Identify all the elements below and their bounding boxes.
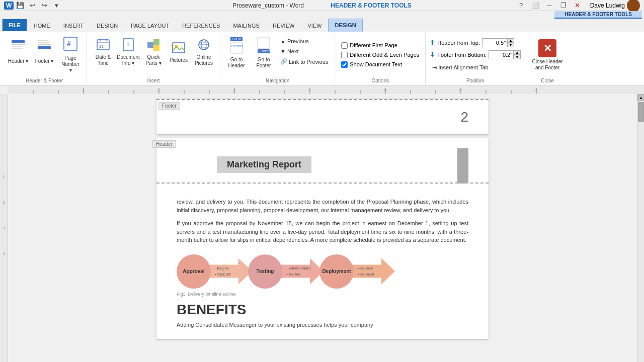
tab-view[interactable]: VIEW xyxy=(301,19,328,32)
redo-button[interactable]: ↪ xyxy=(39,0,50,11)
document-scroll-area[interactable]: Footer 2 Header Marketing Report review,… xyxy=(8,94,637,362)
header-from-top-input[interactable] xyxy=(482,38,507,47)
alignment-tab-icon: ⇥ xyxy=(432,64,437,71)
header-increment-button[interactable]: ▲ xyxy=(507,38,514,43)
page-1-footer: Footer 2 xyxy=(156,99,489,134)
header-button[interactable]: Header ▾ xyxy=(6,35,30,69)
scroll-thumb[interactable] xyxy=(638,102,644,122)
avatar xyxy=(627,0,640,12)
page-2-header: Header Marketing Report xyxy=(156,138,489,184)
close-hf-button[interactable]: ✕ Close Headerand Footer xyxy=(529,38,566,72)
show-document-text-check[interactable]: Show Document Text xyxy=(339,61,404,68)
goto-header-button[interactable]: Go toHeader Go to Header xyxy=(224,35,249,70)
footer-increment-button[interactable]: ▲ xyxy=(514,50,521,55)
tab-hf-design[interactable]: DESIGN xyxy=(328,19,362,32)
svg-text:5: 5 xyxy=(384,88,386,93)
diag-step-testing: Testing • Test environment• Server execu… xyxy=(252,254,324,289)
show-document-text-checkbox[interactable] xyxy=(341,61,348,68)
previous-label: Previous xyxy=(287,38,309,44)
page-1: Footer 2 xyxy=(156,99,489,134)
page-number-button[interactable]: # Page Number ▾ xyxy=(58,35,83,75)
footer-from-bottom-label: Footer from Bottom: xyxy=(437,52,487,58)
diag-circle-testing: Testing xyxy=(248,254,282,289)
goto-footer-button[interactable]: Footer Go to Footer xyxy=(252,35,276,70)
svg-rect-31 xyxy=(258,37,270,48)
next-icon: ▼ xyxy=(280,48,286,54)
help-button[interactable]: ? xyxy=(516,0,527,11)
show-document-text-label: Show Document Text xyxy=(350,61,402,67)
svg-rect-0 xyxy=(12,40,25,43)
tools-label-row: HEADER & FOOTER TOOLS xyxy=(0,11,644,19)
header-decrement-button[interactable]: ▼ xyxy=(507,43,514,47)
ruler-top-content: 1 2 3 4 5 6 xyxy=(8,86,644,94)
position-group-content: ⬆ Header from Top: ▲ ▼ ⬇ Footer from Bot… xyxy=(430,33,521,77)
svg-rect-19 xyxy=(153,45,159,51)
header-position-icon: ⬆ xyxy=(430,39,435,46)
goto-footer-icon: Footer xyxy=(257,36,271,56)
document-info-button[interactable]: i Document Info ▾ xyxy=(116,35,140,69)
tab-file[interactable]: FILE xyxy=(2,19,27,32)
footer-button[interactable]: Footer ▾ xyxy=(32,35,56,69)
hf-tools-label: HEADER & FOOTER TOOLS xyxy=(554,11,642,19)
diag-circle-deployment: Deployment xyxy=(319,254,354,289)
next-button[interactable]: ▼ Next xyxy=(278,47,331,56)
different-odd-even-checkbox[interactable] xyxy=(341,52,348,58)
link-to-previous-button[interactable]: 🔗 Link to Previous xyxy=(278,57,331,66)
undo-button[interactable]: ↩ xyxy=(27,0,38,11)
tab-references[interactable]: REFERENCES xyxy=(176,19,226,32)
close-window-button[interactable]: ✕ xyxy=(572,0,583,11)
svg-text:7: 7 xyxy=(535,88,537,93)
tab-design[interactable]: DESIGN xyxy=(90,19,124,32)
hf-group-label: Header & Footer xyxy=(6,77,83,84)
tab-review[interactable]: REVIEW xyxy=(266,19,301,32)
ribbon-display-button[interactable]: ⬜ xyxy=(530,0,541,11)
different-first-page-check[interactable]: Different First Page xyxy=(339,42,399,49)
right-scrollbar[interactable]: ▲ ▼ xyxy=(637,94,644,362)
diag-arrow-3-text: • Go-live• Go-live! xyxy=(358,265,374,277)
tab-mailings[interactable]: MAILINGS xyxy=(226,19,266,32)
svg-rect-34 xyxy=(8,86,644,94)
ribbon-group-options: Different First Page Different Odd & Eve… xyxy=(335,33,426,84)
footer-spinner-btns: ▲ ▼ xyxy=(514,50,521,59)
previous-button[interactable]: ▲ Previous xyxy=(278,37,331,46)
pictures-button[interactable]: Pictures xyxy=(167,35,191,69)
different-first-page-checkbox[interactable] xyxy=(341,42,348,49)
header-from-top-row: ⬆ Header from Top: ▲ ▼ xyxy=(430,38,514,47)
page-1-number: 2 xyxy=(460,109,468,125)
header-from-top-label: Header from Top: xyxy=(437,40,480,46)
header-button-label: Header ▾ xyxy=(8,58,29,64)
date-time-button[interactable]: 31 Date & Time xyxy=(91,35,115,69)
header-spinner-btns: ▲ ▼ xyxy=(507,38,514,47)
insert-alignment-tab-button[interactable]: ⇥ Insert Alignment Tab xyxy=(430,63,521,72)
quick-parts-label: Quick Parts ▾ xyxy=(143,54,164,66)
ruler-mark-1: 1 xyxy=(3,174,5,179)
tab-insert[interactable]: INSERT xyxy=(57,19,90,32)
svg-rect-7 xyxy=(38,46,51,49)
svg-text:#: # xyxy=(67,40,71,48)
footer-position-icon: ⬇ xyxy=(430,51,435,58)
nav-group-content: Go toHeader Go to Header Footer Go to Fo… xyxy=(224,33,331,77)
tab-page-layout[interactable]: PAGE LAYOUT xyxy=(124,19,176,32)
quick-parts-button[interactable]: Quick Parts ▾ xyxy=(141,35,166,69)
ribbon-tabs-area: HEADER & FOOTER TOOLS FILE HOME INSERT D… xyxy=(0,11,644,32)
customize-qa-button[interactable]: ▾ xyxy=(51,0,62,11)
date-time-icon: 31 xyxy=(96,38,110,53)
footer-decrement-button[interactable]: ▼ xyxy=(514,55,521,59)
scroll-up-button[interactable]: ▲ xyxy=(637,94,644,101)
tab-home[interactable]: HOME xyxy=(27,19,57,32)
minimize-button[interactable]: ─ xyxy=(544,0,555,11)
nav-group-label: Navigation xyxy=(224,77,331,84)
save-button[interactable]: 💾 xyxy=(15,0,26,11)
svg-rect-17 xyxy=(147,42,153,48)
insert-group-label: Insert xyxy=(91,77,216,84)
svg-text:4: 4 xyxy=(308,88,311,93)
online-pictures-button[interactable]: Online Pictures xyxy=(192,35,216,69)
different-odd-even-check[interactable]: Different Odd & Even Pages xyxy=(339,51,421,59)
footer-icon xyxy=(37,39,52,57)
footer-from-bottom-input[interactable] xyxy=(489,50,514,59)
benefits-heading: BENEFITS xyxy=(177,302,468,318)
restore-button[interactable]: ❐ xyxy=(558,0,569,11)
page-number-button-label: Page Number ▾ xyxy=(60,55,81,73)
insert-group-content: 31 Date & Time i Document Info ▾ Quick P… xyxy=(91,33,216,77)
link-icon: 🔗 xyxy=(280,58,287,65)
